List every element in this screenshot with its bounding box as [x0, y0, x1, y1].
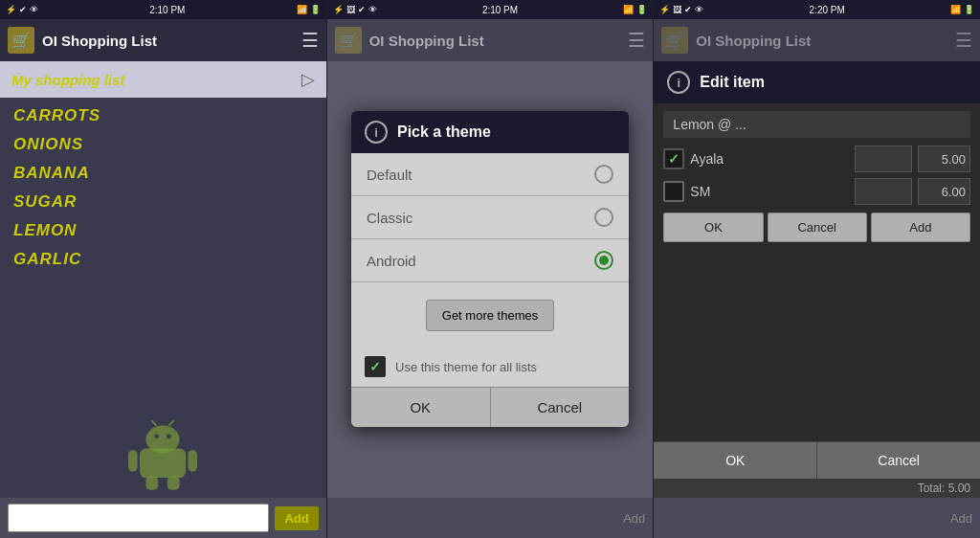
app-title-1: OI Shopping List — [42, 33, 294, 49]
list-item[interactable]: ONIONS — [0, 130, 326, 159]
edit-add-button[interactable]: Add — [871, 213, 970, 242]
sm-qty-input[interactable] — [855, 178, 912, 205]
battery-icon-1: 🔋 — [310, 5, 321, 14]
theme-ok-button[interactable]: OK — [351, 388, 491, 427]
theme-dialog: i Pick a theme Default Classic Android — [351, 111, 629, 427]
add-label-3: Add — [950, 511, 972, 526]
svg-point-1 — [146, 426, 180, 454]
list-item[interactable]: LEMON — [0, 216, 326, 245]
svg-line-5 — [169, 420, 175, 426]
expand-arrow-icon[interactable]: ▷ — [301, 69, 315, 90]
list-item[interactable]: GARLIC — [0, 245, 326, 274]
status-icons-left-1: ⚡ ✔ 👁 — [6, 5, 38, 14]
list-item[interactable]: SUGAR — [0, 188, 326, 216]
outer-action-buttons: OK Cancel — [654, 441, 980, 479]
list-item[interactable]: CARROTS — [0, 101, 326, 130]
eye-icon: 👁 — [30, 5, 38, 14]
dialog-overlay: i Pick a theme Default Classic Android — [327, 0, 654, 538]
edit-info-icon: i — [667, 71, 690, 94]
use-for-all-label: Use this theme for all lists — [395, 360, 537, 374]
lemon-text: Lemon @ ... — [663, 111, 970, 138]
status-time-3: 2:20 PM — [810, 5, 845, 15]
svg-rect-7 — [189, 450, 198, 471]
radio-classic[interactable] — [594, 208, 613, 227]
svg-rect-9 — [167, 476, 180, 489]
theme-options: Default Classic Android Get more themes — [351, 153, 629, 387]
theme-option-classic[interactable]: Classic — [351, 196, 629, 239]
outer-ok-button[interactable]: OK — [654, 442, 817, 479]
total-bar: Total: 5.00 — [654, 479, 980, 498]
menu-icon-3: ☰ — [955, 29, 972, 52]
sm-checkbox[interactable] — [663, 181, 684, 202]
theme-cancel-button[interactable]: Cancel — [491, 388, 630, 427]
panel-shopping-list: ⚡ ✔ 👁 2:10 PM 📶 🔋 🛒 OI Shopping List ☰ M… — [0, 0, 327, 538]
list-item[interactable]: BANANA — [0, 159, 326, 188]
new-item-input[interactable] — [8, 504, 269, 532]
wifi-icon-1: 📶 — [297, 5, 307, 14]
use-for-all-row: Use this theme for all lists — [351, 348, 629, 387]
check-icon: ✔ — [19, 5, 27, 14]
bottom-bar-3: Add — [654, 498, 980, 538]
top-bar-3: 🛒 OI Shopping List ☰ — [654, 19, 980, 61]
list-header[interactable]: My shopping list ▷ — [0, 61, 326, 98]
app-icon-3: 🛒 — [661, 27, 688, 54]
app-title-3: OI Shopping List — [696, 33, 947, 49]
svg-line-4 — [151, 420, 157, 426]
theme-classic-label: Classic — [367, 210, 412, 226]
panel-edit-item: ⚡ 🖼 ✔ 👁 2:20 PM 📶 🔋 🛒 OI Shopping List ☰… — [654, 0, 980, 538]
edit-ok-button[interactable]: OK — [663, 213, 763, 242]
sm-price-input[interactable] — [918, 178, 970, 205]
svg-point-3 — [167, 434, 171, 438]
top-bar-1: 🛒 OI Shopping List ☰ — [0, 19, 326, 61]
status-bar-3: ⚡ 🖼 ✔ 👁 2:20 PM 📶 🔋 — [654, 0, 980, 19]
status-bar-1: ⚡ ✔ 👁 2:10 PM 📶 🔋 — [0, 0, 326, 19]
radio-default[interactable] — [594, 165, 613, 184]
eye-icon-3: 👁 — [695, 5, 703, 14]
dialog-action-buttons: OK Cancel — [351, 387, 629, 427]
status-icons-right-3: 📶 🔋 — [950, 5, 974, 14]
store-row-sm: SM — [663, 178, 970, 205]
edit-dialog-content: Lemon @ ... Ayala SM OK Cancel Add — [654, 103, 980, 441]
edit-inner-buttons: OK Cancel Add — [663, 213, 970, 242]
wifi-icon-3: 📶 — [950, 5, 961, 14]
usb-icon: ⚡ — [6, 5, 16, 14]
check-icon-3: ✔ — [684, 5, 692, 14]
battery-icon-3: 🔋 — [964, 5, 974, 14]
android-logo — [0, 407, 326, 498]
ayala-checkbox[interactable] — [663, 148, 684, 169]
panel-theme-picker: ⚡ 🖼 ✔ 👁 2:10 PM 📶 🔋 🛒 OI Shopping List ☰… — [327, 0, 655, 538]
dialog-title: Pick a theme — [397, 123, 491, 141]
store-row-ayala: Ayala — [663, 146, 970, 172]
svg-point-2 — [155, 434, 160, 438]
info-icon: i — [365, 121, 388, 144]
ayala-qty-input[interactable] — [855, 146, 912, 172]
svg-rect-6 — [128, 450, 138, 471]
menu-icon-1[interactable]: ☰ — [301, 29, 319, 52]
ayala-price-input[interactable] — [918, 146, 970, 172]
usb-icon-3: ⚡ — [659, 5, 670, 14]
ayala-name: Ayala — [690, 151, 849, 167]
android-robot-svg — [124, 416, 201, 493]
img-icon-3: 🖼 — [673, 5, 681, 14]
add-button-1[interactable]: Add — [275, 506, 318, 530]
sm-name: SM — [690, 184, 849, 199]
theme-android-label: Android — [367, 253, 416, 269]
bottom-bar-1: Add — [0, 498, 326, 538]
svg-rect-8 — [146, 476, 159, 489]
status-icons-left-3: ⚡ 🖼 ✔ 👁 — [659, 5, 703, 14]
edit-title-bar: i Edit item — [654, 61, 980, 103]
status-time-1: 2:10 PM — [149, 5, 185, 15]
radio-android[interactable] — [594, 251, 613, 270]
theme-option-default[interactable]: Default — [351, 153, 629, 196]
use-for-all-checkbox[interactable] — [365, 356, 386, 377]
get-more-themes-button[interactable]: Get more themes — [426, 300, 554, 331]
list-header-text: My shopping list — [11, 72, 124, 88]
app-icon-1: 🛒 — [8, 27, 34, 54]
outer-cancel-button[interactable]: Cancel — [817, 442, 980, 479]
shopping-items-list: CARROTS ONIONS BANANA SUGAR LEMON GARLIC — [0, 98, 326, 407]
theme-default-label: Default — [367, 167, 412, 183]
bottom-bar-2: Add — [327, 498, 654, 538]
theme-option-android[interactable]: Android — [351, 239, 629, 282]
status-icons-right-1: 📶 🔋 — [297, 5, 321, 14]
edit-cancel-button[interactable]: Cancel — [768, 213, 867, 242]
